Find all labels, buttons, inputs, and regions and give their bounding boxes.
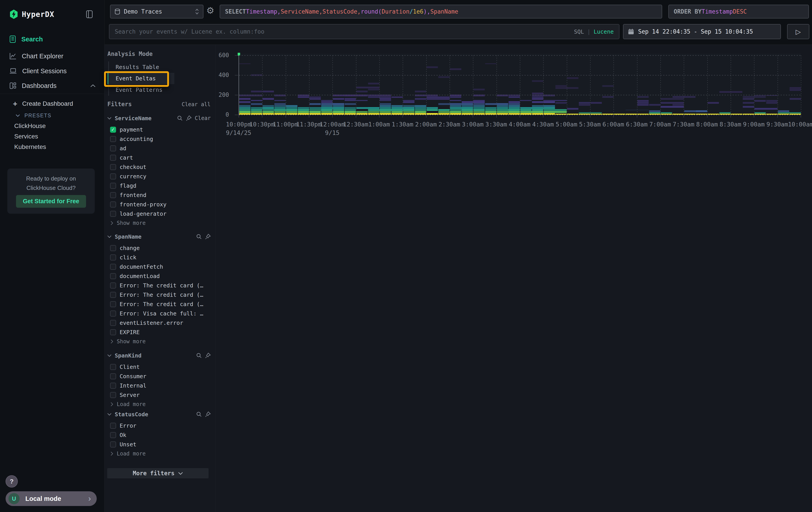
checkbox[interactable] [110, 432, 116, 438]
preset-services[interactable]: Services [0, 131, 105, 142]
time-range-picker[interactable]: Sep 14 22:04:35 - Sep 15 10:04:35 [623, 24, 781, 39]
checkbox[interactable] [110, 301, 116, 307]
facet-option-expire[interactable]: EXPIRE [107, 328, 211, 336]
facet-option-change[interactable]: change [107, 244, 211, 252]
facet-header[interactable]: ServiceNameClear [107, 115, 211, 122]
x-axis-tick [426, 115, 427, 117]
checkbox[interactable] [110, 173, 116, 180]
facet-option-checkout[interactable]: checkout [107, 163, 211, 171]
search-input[interactable] [109, 28, 574, 35]
sidebar-item-chart-explorer[interactable]: Chart Explorer [0, 50, 105, 62]
checkbox[interactable] [110, 164, 116, 170]
facet-more-link[interactable]: Show more [107, 219, 211, 227]
facet-option-unset[interactable]: Unset [107, 440, 211, 448]
facet-option-error-the-credit-card-[interactable]: Error: The credit card (… [107, 281, 211, 289]
sidebar-collapse-icon[interactable] [85, 9, 94, 19]
facet-option-client[interactable]: Client [107, 363, 211, 371]
sidebar-item-dashboards[interactable]: Dashboards [0, 79, 105, 92]
sidebar-item-search[interactable]: Search [0, 33, 105, 46]
checkbox[interactable] [110, 282, 116, 289]
mode-lucene-toggle[interactable]: Lucene [594, 28, 614, 35]
facet-option-ok[interactable]: Ok [107, 431, 211, 439]
facet-more-link[interactable]: Load more [107, 450, 211, 457]
checkbox[interactable] [110, 264, 116, 270]
facet-option-error-visa-cache-full-[interactable]: Error: Visa cache full: … [107, 309, 211, 317]
run-query-button[interactable]: ▷ [787, 24, 809, 39]
checkbox[interactable] [110, 155, 116, 161]
checkbox[interactable] [110, 311, 116, 317]
checkbox[interactable] [110, 273, 116, 279]
facet-clear-link[interactable]: Clear [195, 115, 211, 121]
sidebar-item-client-sessions[interactable]: Client Sessions [0, 65, 105, 77]
chevron-right-icon [110, 221, 113, 225]
checkbox[interactable] [110, 423, 116, 429]
checkbox[interactable] [110, 364, 116, 370]
facet-option-server[interactable]: Server [107, 391, 211, 399]
help-button[interactable]: ? [5, 475, 18, 487]
facet-option-cart[interactable]: cart [107, 154, 211, 161]
facet-option-frontend[interactable]: frontend [107, 191, 211, 199]
checkbox[interactable] [110, 136, 116, 142]
facet-option-ad[interactable]: ad [107, 144, 211, 152]
preset-kubernetes[interactable]: Kubernetes [0, 141, 105, 152]
facet-option-load-generator[interactable]: load-generator [107, 210, 211, 217]
facet-option-payment[interactable]: payment [107, 126, 211, 133]
analysis-mode-event-patterns[interactable]: Event Patterns [108, 84, 175, 96]
checkbox[interactable] [110, 392, 116, 398]
facet-header[interactable]: StatusCode [107, 411, 211, 418]
checkbox[interactable] [110, 183, 116, 189]
clear-all-link[interactable]: Clear all [182, 101, 210, 108]
gear-icon[interactable]: ⚙ [206, 5, 214, 16]
facet-option-internal[interactable]: Internal [107, 382, 211, 389]
more-filters-button[interactable]: More filters [107, 468, 208, 478]
facet-option-label: Error: The credit card (… [120, 301, 203, 307]
checkbox[interactable] [110, 383, 116, 389]
search-logs-icon [9, 35, 16, 43]
select-clause-input[interactable]: SELECT Timestamp, ServiceName, StatusCod… [220, 5, 662, 19]
facet-option-error[interactable]: Error [107, 422, 211, 429]
facet-option-documentload[interactable]: documentLoad [107, 272, 211, 280]
facet-option-documentfetch[interactable]: documentFetch [107, 263, 211, 270]
facet-option-click[interactable]: click [107, 253, 211, 261]
user-menu[interactable]: U Local mode › [5, 491, 97, 506]
chevron-up-icon [90, 84, 96, 87]
checkbox[interactable] [110, 320, 116, 326]
checkbox[interactable] [110, 145, 116, 152]
create-dashboard-button[interactable]: + Create Dashboard [0, 99, 105, 109]
x-axis-date-label: 9/15 [325, 129, 340, 136]
facet-option-error-the-credit-card-[interactable]: Error: The credit card (… [107, 300, 211, 308]
analysis-mode-results-table[interactable]: Results Table [108, 61, 175, 73]
facet-option-consumer[interactable]: Consumer [107, 372, 211, 380]
heatmap-plot-area[interactable] [238, 54, 801, 115]
checkbox[interactable] [110, 201, 116, 208]
checkbox[interactable] [110, 127, 116, 133]
gridline-v [473, 55, 473, 115]
source-selector[interactable]: Demo Traces [110, 5, 203, 19]
analysis-mode-event-deltas[interactable]: Event Deltas [108, 73, 174, 84]
facet-items: paymentaccountingadcartcheckoutcurrencyf… [107, 126, 211, 217]
facet-option-flagd[interactable]: flagd [107, 182, 211, 189]
preset-clickhouse[interactable]: ClickHouse [0, 120, 105, 131]
facet-option-error-the-credit-card-[interactable]: Error: The credit card (… [107, 291, 211, 298]
facet-header[interactable]: SpanName [107, 233, 211, 240]
facet-option-accounting[interactable]: accounting [107, 135, 211, 143]
facet-more-link[interactable]: Show more [107, 338, 211, 345]
checkbox[interactable] [110, 245, 116, 251]
get-started-button[interactable]: Get Started for Free [16, 195, 86, 208]
checkbox[interactable] [110, 211, 116, 217]
checkbox[interactable] [110, 192, 116, 198]
checkbox[interactable] [110, 329, 116, 335]
checkbox[interactable] [110, 254, 116, 261]
checkbox[interactable] [110, 373, 116, 379]
facet-more-link[interactable]: Load more [107, 401, 211, 408]
facet-option-label: Internal [120, 382, 146, 389]
checkbox[interactable] [110, 441, 116, 448]
facet-option-currency[interactable]: currency [107, 172, 211, 180]
mode-sql-toggle[interactable]: SQL [574, 28, 584, 35]
checkbox[interactable] [110, 292, 116, 298]
facet-option-frontend-proxy[interactable]: frontend-proxy [107, 200, 211, 208]
presets-toggle[interactable]: PRESETS [0, 110, 105, 121]
order-by-input[interactable]: ORDER BY Timestamp DESC [668, 5, 809, 19]
facet-header[interactable]: SpanKind [107, 352, 211, 359]
facet-option-eventlistener-error[interactable]: eventListener.error [107, 319, 211, 327]
